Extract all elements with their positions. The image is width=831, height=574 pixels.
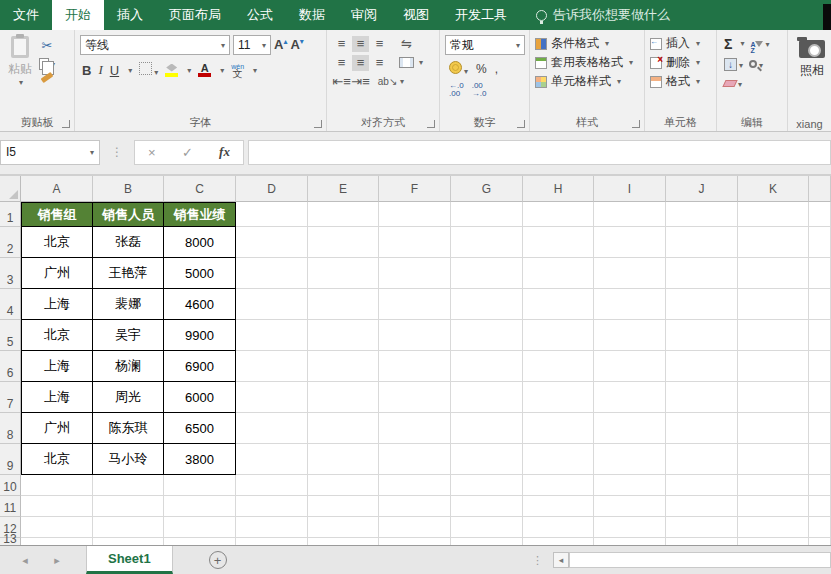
column-header-E[interactable]: E <box>308 176 379 202</box>
cell-partial[interactable] <box>809 258 831 289</box>
row-header-4[interactable]: 4 <box>0 289 21 320</box>
menu-tab-file[interactable]: 文件 <box>0 0 52 30</box>
cell-K13[interactable] <box>738 538 809 545</box>
cell-G9[interactable] <box>451 444 523 475</box>
sheet-next-icon[interactable]: ▸ <box>50 554 64 567</box>
cell-C2[interactable]: 8000 <box>164 227 236 258</box>
cell-A12[interactable] <box>21 517 93 538</box>
row-header-3[interactable]: 3 <box>0 258 21 289</box>
cell-B7[interactable]: 周光 <box>93 382 164 413</box>
select-all-corner[interactable] <box>0 176 21 202</box>
cell-K4[interactable] <box>738 289 809 320</box>
column-header-G[interactable]: G <box>451 176 523 202</box>
comma-button[interactable]: , <box>495 62 498 76</box>
cell-J5[interactable] <box>666 320 738 351</box>
sheet-tab-sheet1[interactable]: Sheet1 <box>86 546 173 574</box>
horizontal-scrollbar[interactable]: ◂ <box>553 551 831 569</box>
cell-D6[interactable] <box>236 351 308 382</box>
cell-partial[interactable] <box>809 382 831 413</box>
cell-A7[interactable]: 上海 <box>21 382 93 413</box>
cell-B11[interactable] <box>93 496 164 517</box>
font-color-dropdown-arrow[interactable]: ▾ <box>220 66 224 75</box>
name-box[interactable]: I5▾ <box>0 140 100 165</box>
cell-D5[interactable] <box>236 320 308 351</box>
cell-H12[interactable] <box>523 517 594 538</box>
cell-G10[interactable] <box>451 475 523 496</box>
cell-E10[interactable] <box>308 475 379 496</box>
cell-C8[interactable]: 6500 <box>164 413 236 444</box>
enter-button[interactable]: ✓ <box>182 145 193 160</box>
cell-J2[interactable] <box>666 227 738 258</box>
phonetic-button[interactable]: wén文 <box>231 63 244 77</box>
insert-function-button[interactable]: fx <box>219 144 230 160</box>
cell-A13[interactable] <box>21 538 93 545</box>
borders-button[interactable]: ▾ <box>139 62 158 78</box>
cell-I9[interactable] <box>594 444 666 475</box>
cell-C13[interactable] <box>164 538 236 545</box>
cell-H2[interactable] <box>523 227 594 258</box>
cell-F13[interactable] <box>379 538 451 545</box>
formula-bar-handle[interactable]: ⋮ <box>111 145 123 159</box>
row-header-7[interactable]: 7 <box>0 382 21 413</box>
accounting-format-button[interactable]: ▾ <box>449 61 468 77</box>
cell-F8[interactable] <box>379 413 451 444</box>
paste-button[interactable]: 粘贴 ▾ <box>3 36 37 115</box>
add-sheet-button[interactable]: + <box>209 551 227 569</box>
italic-button[interactable]: I <box>98 62 102 78</box>
name-box-dropdown-arrow[interactable]: ▾ <box>90 148 94 157</box>
cell-F2[interactable] <box>379 227 451 258</box>
cell-partial[interactable] <box>809 413 831 444</box>
menu-tab-page-layout[interactable]: 页面布局 <box>156 0 234 30</box>
bold-button[interactable]: B <box>82 63 91 78</box>
format-as-table-button[interactable]: 套用表格格式▾ <box>533 53 641 72</box>
cell-D7[interactable] <box>236 382 308 413</box>
cell-A10[interactable] <box>21 475 93 496</box>
cut-icon[interactable]: ✂ <box>37 37 57 54</box>
row-header-9[interactable]: 9 <box>0 444 21 475</box>
cell-J9[interactable] <box>666 444 738 475</box>
cell-G1[interactable] <box>451 202 523 227</box>
cell-G12[interactable] <box>451 517 523 538</box>
cell-partial[interactable] <box>809 444 831 475</box>
cell-B4[interactable]: 裴娜 <box>93 289 164 320</box>
number-format-combo[interactable]: 常规▾ <box>445 35 525 55</box>
cell-B5[interactable]: 吴宇 <box>93 320 164 351</box>
cell-G13[interactable] <box>451 538 523 545</box>
menu-tab-view[interactable]: 视图 <box>390 0 442 30</box>
cell-I10[interactable] <box>594 475 666 496</box>
autosum-dropdown-arrow[interactable]: ▾ <box>740 39 744 48</box>
align-bottom-icon[interactable]: ≡ <box>371 36 388 52</box>
font-size-combo[interactable]: 11▾ <box>233 35 271 55</box>
cell-I4[interactable] <box>594 289 666 320</box>
cell-J6[interactable] <box>666 351 738 382</box>
cell-B12[interactable] <box>93 517 164 538</box>
orientation-button[interactable]: ab↘ <box>379 74 396 90</box>
cell-H6[interactable] <box>523 351 594 382</box>
cell-D11[interactable] <box>236 496 308 517</box>
column-header-I[interactable]: I <box>594 176 666 202</box>
align-center-icon[interactable]: ≡ <box>352 55 369 71</box>
cell-E6[interactable] <box>308 351 379 382</box>
cell-B3[interactable]: 王艳萍 <box>93 258 164 289</box>
fill-button[interactable]: ↓▾ <box>724 54 743 72</box>
column-header-B[interactable]: B <box>93 176 164 202</box>
cell-H8[interactable] <box>523 413 594 444</box>
cell-G8[interactable] <box>451 413 523 444</box>
cell-D2[interactable] <box>236 227 308 258</box>
cell-G7[interactable] <box>451 382 523 413</box>
cell-D12[interactable] <box>236 517 308 538</box>
cell-A4[interactable]: 上海 <box>21 289 93 320</box>
cell-F6[interactable] <box>379 351 451 382</box>
cell-E5[interactable] <box>308 320 379 351</box>
cell-I3[interactable] <box>594 258 666 289</box>
cell-J1[interactable] <box>666 202 738 227</box>
cell-K6[interactable] <box>738 351 809 382</box>
increase-decimal-button[interactable]: ←.0.00 <box>449 82 464 98</box>
cell-C6[interactable]: 6900 <box>164 351 236 382</box>
cell-C5[interactable]: 9900 <box>164 320 236 351</box>
column-header-A[interactable]: A <box>21 176 93 202</box>
cell-A1[interactable]: 销售组 <box>21 202 93 227</box>
cell-F5[interactable] <box>379 320 451 351</box>
fill-color-button[interactable] <box>165 64 178 77</box>
row-header-11[interactable]: 11 <box>0 496 21 517</box>
